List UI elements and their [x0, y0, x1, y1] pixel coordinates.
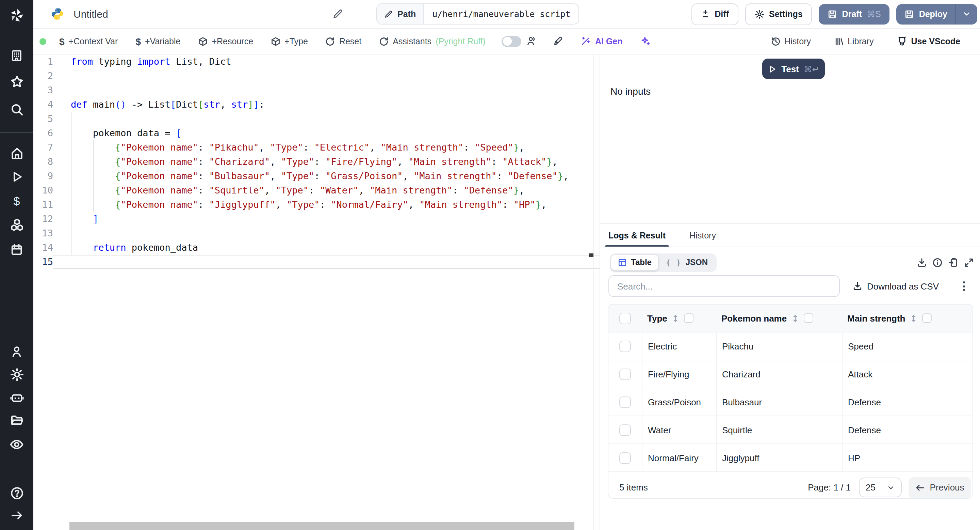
deploy-button[interactable]: Deploy — [897, 4, 956, 24]
favorites-star-icon[interactable] — [0, 72, 33, 92]
sparkles-icon[interactable] — [640, 36, 651, 46]
sidebar-item-resources[interactable] — [0, 215, 33, 235]
code-line[interactable]: 14 return pokemon_data — [33, 241, 600, 255]
row-checkbox[interactable] — [619, 452, 631, 464]
download-csv-button[interactable]: Download as CSV — [853, 281, 939, 291]
sidebar-item-user[interactable] — [0, 341, 33, 362]
deploy-label: Deploy — [919, 9, 947, 19]
no-inputs-text: No inputs — [611, 86, 651, 97]
test-button[interactable]: Test ⌘↵ — [762, 59, 825, 79]
tab-history[interactable]: History — [689, 224, 716, 247]
row-checkbox[interactable] — [619, 368, 631, 380]
info-icon[interactable] — [932, 257, 943, 267]
library-button[interactable]: Library — [834, 37, 873, 46]
result-action-icons — [917, 257, 980, 267]
line-number: 5 — [33, 112, 53, 126]
panel-divider[interactable] — [600, 54, 600, 530]
sidebar-item-home[interactable] — [0, 143, 33, 163]
row-checkbox-cell — [608, 416, 642, 444]
code-line[interactable]: 11 {"Pokemon name": "Jigglypuff", "Type"… — [33, 198, 600, 212]
code-editor[interactable]: 1from typing import List, Dict234def mai… — [33, 54, 600, 530]
table-row[interactable]: ElectricPikachuSpeed — [608, 332, 972, 360]
table-row[interactable]: Grass/PoisonBulbasaurDefense — [608, 388, 972, 416]
column-filter-box[interactable] — [684, 313, 694, 323]
draft-button[interactable]: Draft ⌘S — [819, 4, 890, 24]
add-type-button[interactable]: +Type — [271, 37, 308, 46]
sidebar-item-runs[interactable] — [0, 166, 33, 187]
help-icon[interactable] — [0, 483, 33, 503]
column-filter-box[interactable] — [804, 313, 813, 323]
column-header[interactable]: Main strength — [842, 305, 972, 332]
windmill-logo-icon[interactable] — [0, 5, 33, 25]
row-checkbox[interactable] — [619, 340, 631, 352]
horizontal-scrollbar[interactable] — [69, 522, 574, 530]
edit-summary-pencil-icon[interactable] — [333, 9, 343, 19]
code-line[interactable]: 12 ] — [33, 212, 600, 226]
table-row[interactable]: WaterSquirtleDefense — [608, 416, 972, 444]
ai-gen-button[interactable]: AI Gen — [581, 36, 623, 46]
reset-button[interactable]: Reset — [326, 37, 361, 46]
expand-result-icon[interactable] — [964, 257, 974, 267]
assistants-button[interactable]: Assistants(Pyright Ruff) — [379, 37, 485, 46]
add-variable-button[interactable]: $+Variable — [135, 37, 180, 46]
settings-button[interactable]: Settings — [745, 3, 812, 25]
library-icon — [834, 37, 843, 46]
code-line[interactable]: 5 — [33, 112, 600, 126]
code-line[interactable]: 6 pokemon_data = [ — [33, 126, 600, 140]
code-line[interactable]: 7 {"Pokemon name": "Pikachu", "Type": "E… — [33, 140, 600, 155]
deploy-options-chevron[interactable] — [956, 4, 977, 24]
row-checkbox[interactable] — [619, 396, 631, 408]
workspace-icon[interactable] — [0, 45, 33, 65]
code-line[interactable]: 2 — [33, 69, 600, 83]
sort-icon[interactable] — [671, 314, 680, 322]
code-text: {"Pokemon name": "Pikachu", "Type": "Ele… — [53, 140, 600, 155]
code-line[interactable]: 1from typing import List, Dict — [33, 54, 600, 69]
save-icon — [905, 9, 914, 19]
format-brush-icon[interactable] — [553, 36, 563, 46]
column-header[interactable]: Type — [642, 305, 716, 332]
search-icon[interactable] — [0, 99, 33, 120]
view-table-button[interactable]: Table — [611, 254, 659, 270]
sidebar-item-workers[interactable] — [0, 388, 33, 408]
code-line[interactable]: 15 — [33, 255, 600, 269]
code-line[interactable]: 4def main() -> List[Dict[str, str]]: — [33, 97, 600, 112]
select-all-checkbox[interactable] — [619, 312, 631, 324]
page-size-select[interactable]: 25 — [859, 477, 902, 497]
diff-button[interactable]: Diff — [692, 3, 738, 25]
sort-icon[interactable] — [791, 314, 800, 322]
code-line[interactable]: 9 {"Pokemon name": "Bulbasaur", "Type": … — [33, 169, 600, 183]
sort-icon[interactable] — [909, 314, 918, 322]
sidebar-item-folders[interactable] — [0, 410, 33, 431]
copy-to-clipboard-icon[interactable] — [948, 257, 958, 267]
result-table: TypePokemon nameMain strength ElectricPi… — [608, 304, 973, 499]
table-row[interactable]: Normal/FairyJigglypuffHP — [608, 444, 972, 472]
sidebar-item-audit-logs[interactable] — [0, 434, 33, 454]
add-context-var-button[interactable]: $+Context Var — [59, 37, 118, 46]
column-filter-box[interactable] — [922, 313, 932, 323]
code-line[interactable]: 8 {"Pokemon name": "Charizard", "Type": … — [33, 155, 600, 169]
use-vscode-button[interactable]: Use VScode — [897, 36, 960, 46]
table-row[interactable]: Fire/FlyingCharizardAttack — [608, 360, 972, 388]
previous-page-button[interactable]: Previous — [908, 477, 971, 498]
assistant-toggle[interactable] — [502, 36, 522, 47]
code-line[interactable]: 13 — [33, 226, 600, 241]
history-button[interactable]: History — [771, 37, 811, 46]
table-options-kebab-icon[interactable] — [963, 281, 965, 291]
code-line[interactable]: 3 — [33, 83, 600, 97]
sidebar-item-schedules[interactable] — [0, 239, 33, 260]
add-resource-button[interactable]: +Resource — [198, 37, 253, 46]
line-number: 7 — [33, 140, 53, 155]
sidebar-item-variables[interactable]: $ — [0, 192, 33, 212]
code-line[interactable]: 10 {"Pokemon name": "Squirtle", "Type": … — [33, 183, 600, 198]
tab-logs-result[interactable]: Logs & Result — [608, 224, 666, 247]
code-text — [53, 83, 600, 97]
download-result-icon[interactable] — [917, 257, 927, 267]
sidebar-item-settings[interactable] — [0, 364, 33, 385]
view-json-button[interactable]: { } JSON — [659, 254, 715, 270]
row-checkbox[interactable] — [619, 424, 631, 436]
path-value[interactable]: u/henri/maneuverable_script — [424, 4, 579, 24]
expand-sidebar-arrow-icon[interactable] — [0, 505, 33, 525]
column-header[interactable]: Pokemon name — [716, 305, 842, 332]
search-input[interactable] — [608, 275, 840, 297]
path-field[interactable]: Path u/henri/maneuverable_script — [376, 3, 579, 24]
